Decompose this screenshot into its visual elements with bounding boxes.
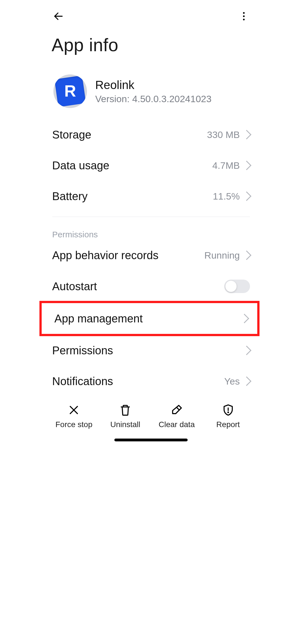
row-battery[interactable]: Battery 11.5% — [48, 181, 254, 212]
uninstall-button[interactable]: Uninstall — [100, 401, 151, 429]
divider — [52, 217, 250, 217]
row-value: Yes — [224, 376, 240, 387]
app-icon: R — [53, 74, 87, 108]
app-icon-letter: R — [64, 81, 76, 100]
row-app-behavior-records[interactable]: App behavior records Running — [48, 240, 254, 271]
row-value: 11.5% — [213, 191, 240, 202]
force-stop-button[interactable]: Force stop — [48, 401, 100, 429]
trash-icon — [119, 404, 131, 417]
shield-alert-icon — [222, 404, 234, 417]
row-label: App behavior records — [52, 249, 159, 262]
more-vert-icon — [238, 11, 249, 23]
row-data-usage[interactable]: Data usage 4.7MB — [48, 150, 254, 181]
row-label: App management — [55, 312, 143, 325]
chevron-right-icon — [240, 314, 249, 323]
svg-point-1 — [243, 12, 245, 14]
section-permissions-header: Permissions — [48, 222, 254, 240]
svg-point-8 — [228, 412, 228, 413]
home-indicator[interactable] — [114, 439, 188, 441]
close-icon — [68, 404, 80, 417]
arrow-left-icon — [53, 11, 64, 23]
bottom-action-bar: Force stop Uninstall Clear data Report — [48, 398, 254, 430]
row-label: Data usage — [52, 159, 110, 172]
row-label: Storage — [52, 128, 91, 141]
row-label: Permissions — [52, 344, 113, 357]
row-value: Running — [204, 250, 240, 261]
app-version: Version: 4.50.0.3.20241023 — [95, 93, 212, 104]
row-autostart[interactable]: Autostart — [48, 271, 254, 302]
row-notifications[interactable]: Notifications Yes — [48, 366, 254, 397]
svg-point-3 — [243, 19, 245, 20]
autostart-toggle[interactable] — [224, 280, 250, 293]
action-label: Clear data — [159, 420, 195, 429]
chevron-right-icon — [242, 191, 251, 201]
app-name: Reolink — [95, 78, 212, 92]
row-permissions[interactable]: Permissions — [48, 335, 254, 366]
back-button[interactable] — [51, 9, 66, 25]
row-value: 4.7MB — [212, 160, 240, 171]
svg-point-2 — [243, 15, 245, 17]
report-button[interactable]: Report — [202, 401, 254, 429]
row-value: 330 MB — [207, 129, 240, 140]
chevron-right-icon — [242, 130, 251, 139]
action-label: Report — [216, 420, 240, 429]
action-label: Force stop — [55, 420, 92, 429]
chevron-right-icon — [242, 346, 251, 355]
chevron-right-icon — [242, 376, 251, 386]
annotation-highlight: App management — [39, 301, 259, 336]
eraser-icon — [171, 404, 183, 417]
svg-line-6 — [177, 408, 179, 410]
action-label: Uninstall — [110, 420, 140, 429]
home-indicator-area — [48, 430, 254, 446]
row-label: Notifications — [52, 375, 113, 388]
more-button[interactable] — [236, 9, 252, 25]
chevron-right-icon — [242, 161, 251, 170]
row-storage[interactable]: Storage 330 MB — [48, 119, 254, 150]
clear-data-button[interactable]: Clear data — [151, 401, 202, 429]
chevron-right-icon — [242, 250, 251, 260]
row-label: Battery — [52, 190, 88, 203]
toggle-knob — [225, 281, 237, 292]
row-app-management[interactable]: App management — [42, 303, 257, 334]
page-title: App info — [48, 28, 254, 67]
row-label: Autostart — [52, 280, 97, 293]
app-header: R Reolink Version: 4.50.0.3.20241023 — [48, 67, 254, 119]
